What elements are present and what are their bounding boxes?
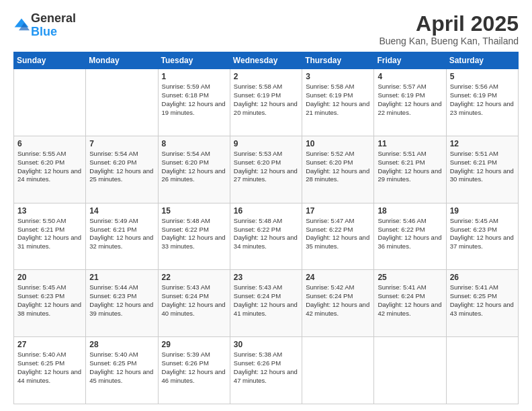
day-info: Sunrise: 5:59 AM Sunset: 6:18 PM Dayligh…	[162, 83, 226, 117]
calendar-cell: 30Sunrise: 5:38 AM Sunset: 6:26 PM Dayli…	[230, 337, 302, 404]
calendar-week-row: 27Sunrise: 5:40 AM Sunset: 6:25 PM Dayli…	[14, 337, 519, 404]
calendar-cell: 24Sunrise: 5:42 AM Sunset: 6:24 PM Dayli…	[302, 270, 374, 337]
day-number: 18	[378, 206, 442, 216]
logo-general: General	[31, 12, 76, 26]
day-info: Sunrise: 5:40 AM Sunset: 6:25 PM Dayligh…	[17, 351, 82, 385]
calendar-cell	[374, 337, 446, 404]
day-info: Sunrise: 5:43 AM Sunset: 6:24 PM Dayligh…	[234, 283, 298, 318]
day-info: Sunrise: 5:56 AM Sunset: 6:19 PM Dayligh…	[450, 83, 515, 117]
calendar-cell: 23Sunrise: 5:43 AM Sunset: 6:24 PM Dayli…	[230, 270, 302, 337]
calendar-cell: 21Sunrise: 5:44 AM Sunset: 6:23 PM Dayli…	[86, 270, 158, 337]
logo-icon	[13, 17, 30, 34]
day-number: 7	[89, 139, 154, 148]
day-number: 3	[306, 72, 370, 81]
calendar-cell: 16Sunrise: 5:48 AM Sunset: 6:22 PM Dayli…	[230, 203, 302, 270]
calendar-week-row: 6Sunrise: 5:55 AM Sunset: 6:20 PM Daylig…	[14, 136, 519, 203]
location: Bueng Kan, Bueng Kan, Thailand	[379, 36, 519, 46]
day-number: 9	[234, 139, 298, 148]
day-info: Sunrise: 5:53 AM Sunset: 6:20 PM Dayligh…	[234, 150, 298, 184]
day-number: 10	[306, 139, 370, 148]
day-info: Sunrise: 5:42 AM Sunset: 6:24 PM Dayligh…	[306, 283, 370, 318]
calendar-cell: 28Sunrise: 5:40 AM Sunset: 6:25 PM Dayli…	[86, 337, 158, 404]
calendar-cell: 3Sunrise: 5:58 AM Sunset: 6:19 PM Daylig…	[302, 69, 374, 136]
calendar-cell: 5Sunrise: 5:56 AM Sunset: 6:19 PM Daylig…	[446, 69, 518, 136]
logo: General Blue	[13, 12, 76, 39]
day-number: 20	[17, 273, 82, 282]
day-info: Sunrise: 5:52 AM Sunset: 6:20 PM Dayligh…	[306, 150, 370, 184]
calendar-cell	[446, 337, 518, 404]
day-number: 16	[234, 206, 298, 216]
day-number: 6	[17, 139, 82, 148]
day-info: Sunrise: 5:40 AM Sunset: 6:25 PM Dayligh…	[89, 351, 154, 385]
calendar-cell	[14, 69, 86, 136]
day-info: Sunrise: 5:54 AM Sunset: 6:20 PM Dayligh…	[162, 150, 226, 184]
calendar-cell: 22Sunrise: 5:43 AM Sunset: 6:24 PM Dayli…	[158, 270, 230, 337]
svg-marker-0	[15, 18, 29, 27]
day-number: 29	[162, 340, 226, 349]
calendar-cell: 7Sunrise: 5:54 AM Sunset: 6:20 PM Daylig…	[86, 136, 158, 203]
day-info: Sunrise: 5:58 AM Sunset: 6:19 PM Dayligh…	[306, 83, 370, 117]
day-info: Sunrise: 5:49 AM Sunset: 6:21 PM Dayligh…	[89, 217, 154, 251]
calendar-cell: 14Sunrise: 5:49 AM Sunset: 6:21 PM Dayli…	[86, 203, 158, 270]
calendar-cell: 19Sunrise: 5:45 AM Sunset: 6:23 PM Dayli…	[446, 203, 518, 270]
day-number: 25	[378, 273, 442, 282]
day-info: Sunrise: 5:43 AM Sunset: 6:24 PM Dayligh…	[162, 283, 226, 318]
day-info: Sunrise: 5:57 AM Sunset: 6:19 PM Dayligh…	[378, 83, 442, 117]
calendar-cell: 15Sunrise: 5:48 AM Sunset: 6:22 PM Dayli…	[158, 203, 230, 270]
calendar-cell: 18Sunrise: 5:46 AM Sunset: 6:22 PM Dayli…	[374, 203, 446, 270]
day-info: Sunrise: 5:45 AM Sunset: 6:23 PM Dayligh…	[17, 283, 82, 318]
calendar-cell: 9Sunrise: 5:53 AM Sunset: 6:20 PM Daylig…	[230, 136, 302, 203]
calendar-cell: 10Sunrise: 5:52 AM Sunset: 6:20 PM Dayli…	[302, 136, 374, 203]
calendar-day-header: Thursday	[302, 52, 374, 69]
calendar-day-header: Friday	[374, 52, 446, 69]
calendar-week-row: 1Sunrise: 5:59 AM Sunset: 6:18 PM Daylig…	[14, 69, 519, 136]
calendar-cell: 8Sunrise: 5:54 AM Sunset: 6:20 PM Daylig…	[158, 136, 230, 203]
logo-text: General Blue	[31, 12, 76, 39]
calendar-day-header: Monday	[86, 52, 158, 69]
day-info: Sunrise: 5:55 AM Sunset: 6:20 PM Dayligh…	[17, 150, 82, 184]
month-title: April 2025	[379, 12, 519, 36]
day-info: Sunrise: 5:51 AM Sunset: 6:21 PM Dayligh…	[378, 150, 442, 184]
day-info: Sunrise: 5:47 AM Sunset: 6:22 PM Dayligh…	[306, 217, 370, 251]
calendar-day-header: Sunday	[14, 52, 86, 69]
day-number: 13	[17, 206, 82, 216]
day-number: 26	[450, 273, 515, 282]
calendar-cell	[302, 337, 374, 404]
calendar-cell: 11Sunrise: 5:51 AM Sunset: 6:21 PM Dayli…	[374, 136, 446, 203]
day-info: Sunrise: 5:44 AM Sunset: 6:23 PM Dayligh…	[89, 283, 154, 318]
day-info: Sunrise: 5:45 AM Sunset: 6:23 PM Dayligh…	[450, 217, 515, 251]
day-number: 17	[306, 206, 370, 216]
day-info: Sunrise: 5:48 AM Sunset: 6:22 PM Dayligh…	[162, 217, 226, 251]
day-number: 5	[450, 72, 515, 81]
day-number: 2	[234, 72, 298, 81]
day-info: Sunrise: 5:54 AM Sunset: 6:20 PM Dayligh…	[89, 150, 154, 184]
day-number: 30	[234, 340, 298, 349]
day-info: Sunrise: 5:46 AM Sunset: 6:22 PM Dayligh…	[378, 217, 442, 251]
day-info: Sunrise: 5:51 AM Sunset: 6:21 PM Dayligh…	[450, 150, 515, 184]
day-number: 28	[89, 340, 154, 349]
calendar-cell: 6Sunrise: 5:55 AM Sunset: 6:20 PM Daylig…	[14, 136, 86, 203]
day-info: Sunrise: 5:48 AM Sunset: 6:22 PM Dayligh…	[234, 217, 298, 251]
calendar-day-header: Wednesday	[230, 52, 302, 69]
day-number: 11	[378, 139, 442, 148]
day-number: 27	[17, 340, 82, 349]
day-number: 4	[378, 72, 442, 81]
calendar-cell: 12Sunrise: 5:51 AM Sunset: 6:21 PM Dayli…	[446, 136, 518, 203]
day-number: 12	[450, 139, 515, 148]
day-number: 8	[162, 139, 226, 148]
day-number: 23	[234, 273, 298, 282]
calendar-table: SundayMondayTuesdayWednesdayThursdayFrid…	[13, 52, 519, 404]
logo-blue: Blue	[31, 26, 76, 39]
day-info: Sunrise: 5:58 AM Sunset: 6:19 PM Dayligh…	[234, 83, 298, 117]
day-number: 1	[162, 72, 226, 81]
calendar-cell: 27Sunrise: 5:40 AM Sunset: 6:25 PM Dayli…	[14, 337, 86, 404]
day-number: 22	[162, 273, 226, 282]
day-info: Sunrise: 5:38 AM Sunset: 6:26 PM Dayligh…	[234, 351, 298, 385]
day-number: 21	[89, 273, 154, 282]
calendar-week-row: 20Sunrise: 5:45 AM Sunset: 6:23 PM Dayli…	[14, 270, 519, 337]
day-info: Sunrise: 5:39 AM Sunset: 6:26 PM Dayligh…	[162, 351, 226, 385]
day-number: 24	[306, 273, 370, 282]
calendar-cell: 20Sunrise: 5:45 AM Sunset: 6:23 PM Dayli…	[14, 270, 86, 337]
day-number: 19	[450, 206, 515, 216]
calendar-cell: 4Sunrise: 5:57 AM Sunset: 6:19 PM Daylig…	[374, 69, 446, 136]
